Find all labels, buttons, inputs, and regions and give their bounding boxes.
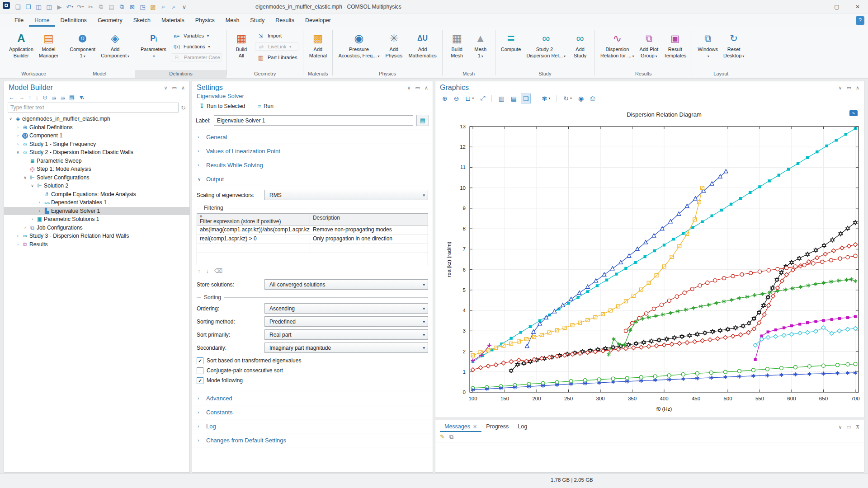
compute-button[interactable]: =Compute (498, 29, 524, 54)
functions-button[interactable]: f(x)Functions▾ (171, 42, 222, 51)
tree-item-study-2-dispersion-relation-elastic-walls[interactable]: ∨∞Study 2 - Dispersion Relation Elastic … (4, 148, 189, 157)
redo-button[interactable]: ↷▾ (75, 2, 85, 12)
maximize-button[interactable]: ▢ (826, 0, 847, 14)
store-solutions-select[interactable]: All converged solutions ▾ (264, 279, 428, 290)
checkbox-row-sort-based-on-transformed-eigenvalues[interactable]: ✓Sort based on transformed eigenvalues (197, 356, 428, 366)
label-input[interactable] (214, 115, 413, 126)
copy-messages-button[interactable]: ⧉ (449, 433, 453, 441)
menu-tab-file[interactable]: File (9, 15, 29, 27)
tree-item-dependent-variables-1[interactable]: ›uvwDependent Variables 1 (4, 198, 189, 207)
panel-menu-icon[interactable]: ∨ (164, 85, 167, 91)
run-button[interactable]: ▶ (54, 2, 65, 12)
tree-item-job-configurations[interactable]: ›⧉Job Configurations (4, 224, 189, 232)
pin-icon[interactable]: ⊼ (425, 85, 428, 91)
chevron-collapsed-icon[interactable]: › (15, 125, 21, 130)
find-replace-button[interactable]: ⌕ (169, 2, 179, 12)
dispersion-relation-for-button[interactable]: ∿DispersionRelation for ...▾ (598, 29, 637, 61)
move-up-button[interactable]: ↑ (28, 94, 32, 101)
qa-overflow-button[interactable]: ∨ (179, 2, 189, 12)
add-material-button[interactable]: ▩AddMaterial (306, 29, 330, 60)
run-to-selected-button[interactable]: ↧ Run to Selected (197, 102, 248, 110)
save-button[interactable]: ◫ (33, 2, 44, 12)
model-tree-columns-button[interactable]: ▤▾ (69, 94, 75, 101)
grid-settings-button[interactable]: ▤ (509, 94, 519, 103)
tree-item-component-1[interactable]: ›ΩComponent 1 (4, 131, 189, 140)
panel-menu-icon[interactable]: ∨ (407, 85, 410, 91)
import-button[interactable]: ⇲Import (255, 32, 298, 40)
menu-tab-materials[interactable]: Materials (156, 15, 190, 27)
menu-tab-developer[interactable]: Developer (300, 15, 336, 27)
tab-log[interactable]: Log (513, 422, 532, 432)
tree-item-compile-equations-mode-analysis[interactable]: ∂Compile Equations: Mode Analysis (4, 190, 189, 199)
update-plot-button[interactable]: ↻▾ (561, 94, 574, 103)
menu-tab-home[interactable]: Home (29, 15, 55, 27)
dispersion-chart[interactable]: 1001502002503003504004505005506006507000… (435, 105, 863, 413)
tree-filter-input[interactable] (8, 103, 179, 113)
chevron-collapsed-icon[interactable]: › (15, 142, 21, 146)
secondarily-select[interactable]: Imaginary part magnitude▾ (264, 343, 428, 353)
filter-nodes-button[interactable]: ▼▾ (79, 94, 84, 101)
print-button[interactable]: ⎙ (588, 93, 597, 103)
filter-expressions-table[interactable]: »Filter expression (store if positive)De… (197, 213, 428, 265)
pin-icon[interactable]: ⊼ (856, 424, 859, 430)
reset-desktop-button[interactable]: ↻ResetDesktop▾ (721, 29, 747, 61)
component-1-button[interactable]: ΩComponent1▾ (67, 29, 98, 61)
livelink-button[interactable]: ⇄LiveLink▾ (255, 42, 298, 51)
table-row[interactable]: abs(imag(comp1.acpr.kz))/abs(comp1.acpr.… (197, 226, 428, 235)
checkbox[interactable] (197, 367, 203, 374)
study-2-dispersion-button[interactable]: ∞Study 2 -Dispersion Rel...▾ (524, 29, 568, 61)
checkbox-row-conjugate-pair-consecutive-sort[interactable]: Conjugate-pair consecutive sort (197, 366, 428, 375)
tree-item-parametric-solutions-1[interactable]: ›▣Parametric Solutions 1 (4, 215, 189, 224)
delete-row-button[interactable]: ⌫ (214, 267, 222, 274)
menu-tab-results[interactable]: Results (270, 15, 300, 27)
part-libraries-button[interactable]: ▥Part Libraries (255, 53, 298, 61)
checkbox[interactable]: ✓ (197, 377, 203, 384)
tab-progress[interactable]: Progress (481, 422, 513, 432)
tab-messages[interactable]: Messages✕ (440, 422, 481, 432)
section-output[interactable]: ∨ Output (192, 172, 433, 186)
clear-mark-button[interactable]: ▨ (148, 2, 158, 12)
tree-item-eigenvalue-solver-1[interactable]: ›▙Eigenvalue Solver 1 (4, 207, 189, 216)
section-values-of-linearization-point[interactable]: ›Values of Linearization Point (192, 144, 433, 158)
ordering-select[interactable]: Ascending▾ (264, 303, 428, 314)
close-button[interactable]: ✕ (847, 0, 868, 14)
add-physics-button[interactable]: ✳AddPhysics (382, 29, 406, 60)
minimize-button[interactable]: — (806, 0, 826, 14)
chevron-expanded-icon[interactable]: ∨ (22, 175, 28, 180)
image-settings-button[interactable]: ✾▾ (539, 94, 552, 103)
section-changes-from-default-settings[interactable]: ›Changes from Default Settings (192, 433, 433, 447)
chevron-expanded-icon[interactable]: ∨ (8, 117, 14, 121)
chevron-collapsed-icon[interactable]: › (15, 242, 21, 247)
tree-item-study-1-single-frequency[interactable]: ›∞Study 1 - Single Frequency (4, 140, 189, 149)
run-button[interactable]: = Run (255, 102, 276, 110)
collapse-all-button[interactable]: ≣▾ (60, 94, 65, 101)
plot-tooltip-button[interactable]: ❏ (521, 94, 531, 103)
section-advanced[interactable]: ›Advanced (192, 391, 433, 405)
variables-button[interactable]: a=Variables▾ (171, 32, 222, 40)
axis-ranges-button[interactable]: ▥ (496, 94, 506, 103)
chevron-collapsed-icon[interactable]: › (15, 133, 21, 138)
float-icon[interactable]: ▭ (847, 424, 851, 430)
chevron-expanded-icon[interactable]: ∨ (29, 183, 35, 188)
panel-menu-icon[interactable]: ∨ (838, 424, 842, 430)
tree-item-eigenmodes-in-muffler-elastic-mph[interactable]: ∨◈eigenmodes_in_muffler_elastic.mph (4, 115, 189, 123)
chevron-collapsed-icon[interactable]: › (29, 217, 35, 221)
close-icon[interactable]: ✕ (473, 424, 477, 430)
zoom-out-button[interactable]: ⊖ (452, 94, 462, 103)
copy-button[interactable]: ⧉ (96, 2, 106, 12)
float-icon[interactable]: ▭ (415, 85, 420, 91)
find-button[interactable]: ⌕ (158, 2, 169, 12)
checkbox[interactable]: ✓ (197, 357, 203, 364)
section-constants[interactable]: ›Constants (192, 405, 433, 419)
chevron-collapsed-icon[interactable]: › (37, 200, 42, 205)
expand-all-button[interactable]: ≣▾ (52, 94, 56, 101)
snapshot-button[interactable]: ◉ (576, 94, 586, 103)
table-row[interactable] (197, 244, 428, 253)
tree-item-study-3-dispersion-relation-hard-walls[interactable]: ›∞Study 3 - Dispersion Relation Hard Wal… (4, 232, 189, 240)
move-row-up-button[interactable]: ↑ (198, 267, 201, 274)
go-back-button[interactable]: ← (9, 94, 14, 101)
menu-tab-geometry[interactable]: Geometry (92, 15, 128, 27)
tree-item-solver-configurations[interactable]: ∨⊩Solver Configurations (4, 174, 189, 182)
rename-icon[interactable]: ▤ (416, 115, 429, 126)
go-forward-button[interactable]: → (19, 94, 24, 101)
